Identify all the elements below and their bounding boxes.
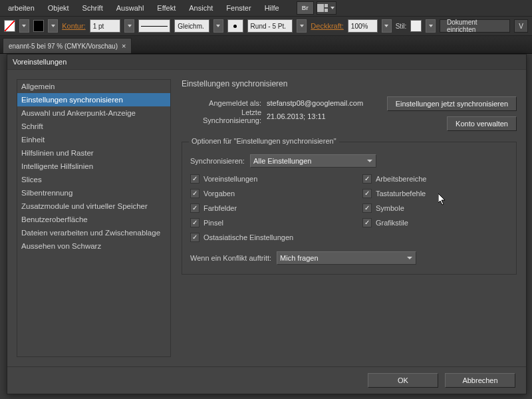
preferences-dialog: Voreinstellungen AllgemeinEinstellungen …	[7, 54, 527, 394]
last-sync-value: 21.06.2013; 13:11	[267, 112, 326, 120]
sidebar-item[interactable]: Benutzeroberfläche	[17, 213, 170, 226]
sync-option: Grafikstile	[362, 218, 508, 227]
workspace-layout-button[interactable]	[317, 1, 336, 15]
sync-option: Farbfelder	[190, 203, 336, 213]
conflict-select[interactable]: Mich fragen	[277, 251, 416, 265]
sidebar-item[interactable]: Aussehen von Schwarz	[17, 239, 170, 253]
sidebar-item[interactable]: Allgemein	[17, 80, 170, 93]
style-label: Stil:	[396, 23, 407, 30]
sync-option: Vorgaben	[190, 189, 336, 198]
prefs-sidebar: AllgemeinEinstellungen synchronisierenAu…	[17, 79, 171, 357]
sidebar-item[interactable]: Auswahl und Ankerpunkt-Anzeige	[17, 106, 170, 120]
sidebar-item[interactable]: Einheit	[17, 133, 170, 146]
dialog-title: Voreinstellungen	[7, 55, 526, 70]
sidebar-item[interactable]: Dateien verarbeiten und Zwischenablage	[17, 226, 170, 239]
dialog-footer: OK Abbrechen	[7, 366, 526, 394]
style-swatch[interactable]	[410, 20, 422, 32]
ok-button[interactable]: OK	[368, 373, 438, 388]
document-tab[interactable]: enannt-5 bei 97 % (CMYK/Vorschau) ×	[3, 38, 132, 53]
app-window: arbeiten Objekt Schrift Auswahl Effekt A…	[0, 0, 532, 399]
sidebar-item[interactable]: Intelligente Hilfslinien	[17, 160, 170, 173]
checkbox-label: Farbfelder	[203, 204, 237, 212]
bridge-button[interactable]: Br	[297, 1, 314, 15]
menu-item[interactable]: Ansicht	[184, 3, 218, 13]
checkbox[interactable]	[190, 174, 200, 184]
checkbox[interactable]	[362, 189, 372, 198]
sync-select-label: Synchronisieren:	[190, 157, 245, 165]
east-asian-checkbox[interactable]	[190, 233, 200, 242]
checkbox[interactable]	[190, 203, 200, 213]
document-setup-button[interactable]: Dokument einrichten	[440, 19, 510, 33]
manage-account-button[interactable]: Konto verwalten	[447, 116, 517, 131]
signed-in-label: Angemeldet als:	[182, 99, 261, 107]
sidebar-item[interactable]: Zusatzmodule und virtueller Speicher	[17, 200, 170, 213]
stroke-weight-dropdown[interactable]	[124, 19, 134, 33]
opacity-label[interactable]: Deckkraft:	[311, 22, 344, 30]
sync-now-button[interactable]: Einstellungen jetzt synchronisieren	[387, 96, 517, 111]
checkbox[interactable]	[190, 218, 200, 227]
sync-option: Symbole	[362, 203, 508, 213]
checkbox-label: Symbole	[376, 204, 404, 212]
svg-rect-2	[325, 9, 328, 12]
sidebar-item[interactable]: Hilfslinien und Raster	[17, 146, 170, 160]
prefs-main: Einstellungen synchronisieren Angemeldet…	[182, 79, 517, 357]
document-tabbar: enannt-5 bei 97 % (CMYK/Vorschau) ×	[0, 36, 532, 54]
opacity-dropdown[interactable]	[382, 19, 392, 33]
sync-option: Arbeitsbereiche	[362, 174, 508, 184]
east-asian-label: Ostasiatische Einstellungen	[203, 233, 293, 241]
signed-in-value: stefanstp08@googlemail.com	[267, 99, 363, 107]
checkbox-label: Grafikstile	[376, 219, 408, 227]
sidebar-item[interactable]: Slices	[17, 173, 170, 186]
checkbox[interactable]	[362, 174, 372, 184]
fill-dropdown[interactable]	[19, 19, 29, 33]
menu-item[interactable]: Fenster	[221, 3, 256, 13]
sidebar-item[interactable]: Silbentrennung	[17, 186, 170, 200]
cancel-button[interactable]: Abbrechen	[445, 373, 515, 388]
stroke-dropdown[interactable]	[48, 19, 58, 33]
style-dropdown[interactable]	[426, 19, 436, 33]
sync-option: Voreinstellungen	[190, 174, 336, 184]
stroke-profile-dropdown[interactable]	[213, 19, 223, 33]
menu-item[interactable]: arbeiten	[3, 3, 40, 13]
brush-label: Rund - 5 Pt.	[247, 19, 293, 33]
brush-dropdown[interactable]	[297, 19, 307, 33]
sync-option: Tastaturbefehle	[362, 189, 508, 198]
opacity-field[interactable]: 100%	[348, 19, 378, 33]
menu-item[interactable]: Objekt	[43, 3, 74, 13]
panel-title: Einstellungen synchronisieren	[182, 79, 517, 88]
sync-options-group: Optionen für "Einstellungen synchronisie…	[182, 142, 517, 275]
brush-preview[interactable]	[227, 19, 243, 33]
checkbox[interactable]	[362, 218, 372, 227]
checkbox-label: Tastaturbefehle	[376, 190, 426, 198]
stroke-weight-field[interactable]: 1 pt	[90, 19, 121, 33]
group-title: Optionen für "Einstellungen synchronisie…	[189, 137, 339, 145]
menu-item[interactable]: Schrift	[77, 3, 108, 13]
menu-item[interactable]: Auswahl	[111, 3, 150, 13]
checkbox[interactable]	[190, 189, 200, 198]
stroke-profile-label: Gleichm.	[174, 19, 209, 33]
checkbox-label: Pinsel	[203, 219, 223, 227]
stroke-swatch[interactable]	[33, 20, 45, 32]
tab-label: enannt-5 bei 97 % (CMYK/Vorschau)	[9, 43, 118, 50]
fill-swatch[interactable]	[4, 20, 15, 32]
sidebar-item[interactable]: Schrift	[17, 120, 170, 133]
stroke-label[interactable]: Kontur:	[62, 22, 85, 30]
sync-option: Pinsel	[190, 218, 336, 227]
options-bar: Kontur: 1 pt Gleichm. Rund - 5 Pt. Deckk…	[0, 17, 532, 36]
close-icon[interactable]: ×	[122, 42, 126, 50]
sync-scope-select[interactable]: Alle Einstellungen	[250, 154, 376, 168]
sidebar-item[interactable]: Einstellungen synchronisieren	[17, 93, 170, 106]
svg-rect-0	[317, 4, 324, 12]
menu-item[interactable]: Effekt	[152, 3, 181, 13]
last-sync-label: Letzte Synchronisierung:	[182, 108, 261, 124]
stroke-profile-preview[interactable]	[138, 19, 170, 33]
workspace: Voreinstellungen AllgemeinEinstellungen …	[0, 54, 532, 399]
checkbox-label: Vorgaben	[203, 190, 235, 198]
svg-rect-1	[325, 4, 328, 7]
checkbox-label: Voreinstellungen	[203, 175, 257, 183]
checkbox-label: Arbeitsbereiche	[376, 175, 426, 183]
align-button[interactable]: V	[514, 19, 528, 33]
menubar: arbeiten Objekt Schrift Auswahl Effekt A…	[0, 0, 532, 17]
checkbox[interactable]	[362, 203, 372, 213]
menu-item[interactable]: Hilfe	[259, 3, 285, 13]
